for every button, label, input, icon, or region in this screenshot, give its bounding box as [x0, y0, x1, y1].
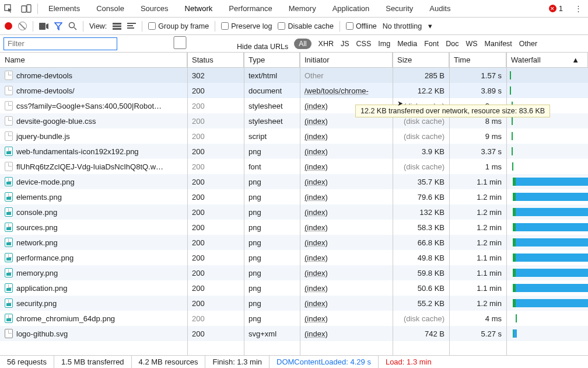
column-waterfall[interactable]: Waterfall▲	[506, 53, 588, 67]
clear-button[interactable]	[18, 22, 27, 30]
request-initiator[interactable]: (index)	[304, 238, 328, 247]
menu-icon[interactable]: ⋮	[569, 4, 588, 13]
preserve-log-checkbox[interactable]: Preserve log	[221, 22, 272, 30]
inspect-icon[interactable]	[0, 4, 18, 13]
filter-type-img[interactable]: Img	[378, 40, 390, 48]
request-initiator[interactable]: (index)	[304, 117, 328, 126]
request-initiator[interactable]: (index)	[304, 178, 328, 186]
request-initiator[interactable]: (index)	[304, 223, 328, 232]
request-initiator[interactable]: (index)	[304, 254, 328, 262]
filter-type-manifest[interactable]: Manifest	[485, 40, 512, 48]
request-row[interactable]: chrome_chromium_64dp.png200png(index)(di…	[0, 311, 588, 326]
file-icon	[5, 223, 13, 232]
hide-data-urls-checkbox[interactable]: Hide data URLs	[123, 36, 288, 51]
filter-type-doc[interactable]: Doc	[446, 40, 459, 48]
search-icon[interactable]	[68, 22, 77, 30]
request-initiator[interactable]: (index)	[304, 208, 328, 217]
tab-sources[interactable]: Sources	[132, 0, 177, 17]
tab-network[interactable]: Network	[177, 0, 221, 17]
request-row[interactable]: sources.png200png(index)58.3 KB1.2 min	[0, 220, 588, 235]
request-row[interactable]: performance.png200png(index)49.8 KB1.1 m…	[0, 250, 588, 265]
filter-type-all[interactable]: All	[294, 39, 311, 49]
svg-rect-10	[127, 25, 133, 26]
disable-cache-checkbox[interactable]: Disable cache	[278, 22, 334, 30]
request-initiator[interactable]: /web/tools/chrome-	[304, 86, 369, 95]
request-row[interactable]: web-fundamentals-icon192x192.png200png(i…	[0, 144, 588, 159]
request-initiator[interactable]: (index)	[304, 299, 328, 308]
column-type[interactable]: Type	[244, 53, 300, 67]
error-indicator[interactable]: ✕ 1	[543, 4, 569, 13]
filter-type-font[interactable]: Font	[424, 40, 439, 48]
request-row[interactable]: elements.png200png(index)79.6 KB1.2 min	[0, 189, 588, 204]
request-row[interactable]: jquery-bundle.js200script(index)(disk ca…	[0, 129, 588, 144]
column-time[interactable]: Time	[449, 53, 506, 67]
offline-checkbox[interactable]: Offline	[346, 22, 377, 30]
tab-memory[interactable]: Memory	[281, 0, 324, 17]
device-toggle-icon[interactable]	[18, 4, 35, 13]
file-icon	[5, 268, 13, 277]
overview-icon[interactable]	[127, 23, 136, 30]
request-size: 50.6 KB	[393, 284, 449, 293]
filter-toggle-icon[interactable]	[54, 22, 62, 30]
filter-input[interactable]	[4, 37, 117, 50]
request-initiator[interactable]: (index)	[304, 329, 328, 338]
request-initiator[interactable]: (index)	[304, 102, 328, 110]
request-initiator[interactable]: (index)	[304, 284, 328, 293]
filter-type-css[interactable]: CSS	[356, 40, 372, 48]
tab-console[interactable]: Console	[88, 0, 132, 17]
request-row[interactable]: device-mode.png200png(index)35.7 KB1.1 m…	[0, 174, 588, 189]
request-type: png	[244, 314, 300, 323]
request-row[interactable]: application.png200png(index)50.6 KB1.1 m…	[0, 280, 588, 296]
column-initiator[interactable]: Initiator	[300, 53, 393, 67]
request-initiator[interactable]: (index)	[304, 162, 328, 171]
filter-type-xhr[interactable]: XHR	[318, 40, 334, 48]
request-name: security.png	[16, 299, 57, 308]
column-size[interactable]: Size	[393, 53, 449, 67]
request-initiator[interactable]: (index)	[304, 269, 328, 277]
group-by-frame-checkbox[interactable]: Group by frame	[148, 22, 209, 30]
request-size: 132 KB	[393, 208, 449, 217]
tab-elements[interactable]: Elements	[40, 0, 88, 17]
cursor-icon: ➤	[397, 99, 403, 107]
request-size: 66.8 KB	[393, 238, 449, 247]
request-row[interactable]: security.png200png(index)55.2 KB1.2 min	[0, 296, 588, 311]
throttling-select[interactable]: No throttling ▾	[383, 22, 432, 30]
request-row[interactable]: chrome-devtools302text/htmlOther285 B1.5…	[0, 68, 588, 83]
large-rows-icon[interactable]	[113, 23, 121, 30]
request-size: 12.2 KB	[393, 86, 449, 95]
filter-type-js[interactable]: JS	[341, 40, 349, 48]
request-size: 742 B	[393, 329, 449, 338]
column-name[interactable]: Name	[0, 53, 187, 67]
tab-security[interactable]: Security	[377, 0, 421, 17]
tab-audits[interactable]: Audits	[421, 0, 459, 17]
request-initiator[interactable]: (index)	[304, 132, 328, 141]
request-waterfall	[506, 86, 588, 95]
request-time: 9 ms	[449, 132, 506, 141]
request-time: 1.2 min	[449, 238, 506, 247]
request-size: (disk cache)	[393, 117, 449, 126]
filter-type-other[interactable]: Other	[519, 40, 537, 48]
request-time: 1.1 min	[449, 178, 506, 186]
error-count: 1	[559, 4, 563, 13]
camera-icon[interactable]	[39, 23, 48, 30]
request-row[interactable]: chrome-devtools/200document/web/tools/ch…	[0, 83, 588, 98]
request-waterfall	[506, 314, 588, 322]
request-time: 1.2 min	[449, 299, 506, 308]
request-initiator[interactable]: (index)	[304, 314, 328, 323]
request-row[interactable]: console.png200png(index)132 KB1.2 min	[0, 204, 588, 220]
tab-application[interactable]: Application	[324, 0, 378, 17]
filter-type-media[interactable]: Media	[397, 40, 417, 48]
request-row[interactable]: logo-github.svg200svg+xml(index)742 B5.2…	[0, 326, 588, 341]
request-name: application.png	[16, 284, 67, 293]
request-row[interactable]: flUhRq6tzZclQEJ-Vdg-IuiaDsNcIhQ8tQ.w…200…	[0, 159, 588, 174]
request-row[interactable]: memory.png200png(index)59.8 KB1.1 min	[0, 265, 588, 280]
request-status: 200	[187, 284, 244, 293]
column-status[interactable]: Status	[187, 53, 244, 67]
request-initiator[interactable]: (index)	[304, 193, 328, 202]
request-row[interactable]: network.png200png(index)66.8 KB1.2 min	[0, 235, 588, 250]
filter-type-ws[interactable]: WS	[466, 40, 477, 48]
record-button[interactable]	[5, 22, 12, 30]
request-waterfall	[506, 71, 588, 79]
request-initiator[interactable]: (index)	[304, 147, 328, 156]
tab-performance[interactable]: Performance	[220, 0, 280, 17]
